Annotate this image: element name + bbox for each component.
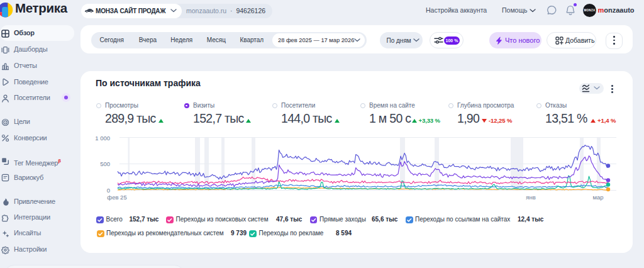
svg-text:фев 25: фев 25 (107, 194, 126, 201)
svg-text:0: 0 (107, 187, 110, 194)
svg-text:мар: мар (592, 194, 603, 201)
svg-text:500: 500 (100, 160, 110, 167)
svg-text:1 000: 1 000 (95, 135, 110, 142)
svg-text:янв: янв (526, 194, 535, 201)
